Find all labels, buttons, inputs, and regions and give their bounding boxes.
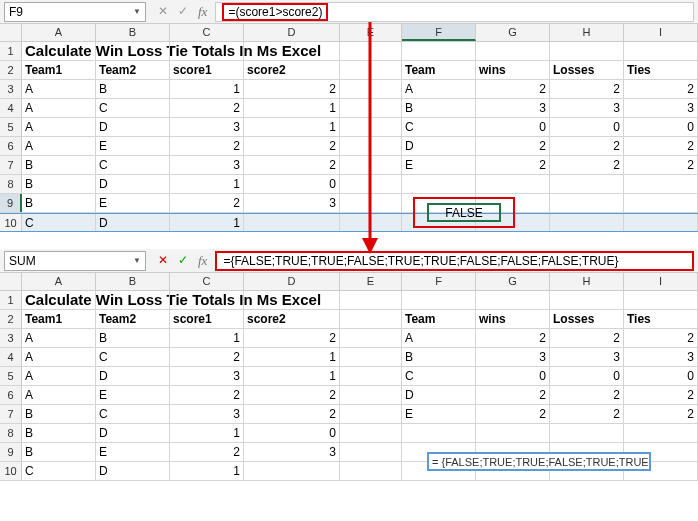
title-cell: Calculate Win Loss Tie Totals In Ms Exce…	[22, 42, 96, 60]
table-row[interactable]: 3 AB12A222	[0, 80, 698, 99]
col-header-a[interactable]: A	[22, 24, 96, 41]
fx-icon[interactable]: fx	[198, 253, 207, 269]
table-row[interactable]: 6 AE22D222	[0, 137, 698, 156]
name-box-value: F9	[9, 5, 23, 19]
formula-input[interactable]: ={FALSE;TRUE;TRUE;FALSE;TRUE;TRUE;FALSE;…	[215, 251, 694, 271]
col-header-c[interactable]: C	[170, 24, 244, 41]
title-cell: Calculate Win Loss Tie Totals In Ms Exce…	[22, 291, 96, 309]
formula-bar-buttons: ✕ ✓ fx	[150, 253, 215, 269]
table-row[interactable]: 9 BE23	[0, 194, 698, 213]
col-header-e[interactable]: E	[340, 24, 402, 41]
formula-text: ={FALSE;TRUE;TRUE;FALSE;TRUE;TRUE;FALSE;…	[223, 254, 618, 268]
table-row[interactable]: 8 BD10	[0, 175, 698, 194]
table-row[interactable]: 5 AD31C000	[0, 118, 698, 137]
enter-icon[interactable]: ✓	[178, 4, 188, 20]
grid-bottom[interactable]: A B C D E F G H I 1 Calculate Win Loss T…	[0, 273, 698, 481]
cancel-icon[interactable]: ✕	[158, 4, 168, 20]
formula-input[interactable]: =(score1>score2)	[215, 2, 694, 22]
formula-bar: F9 ▼ ✕ ✓ fx =(score1>score2)	[0, 0, 698, 24]
grid-top[interactable]: A B C D E F G H I 1 Calculate Win Loss T…	[0, 24, 698, 232]
column-headers: A B C D E F G H I	[0, 24, 698, 42]
name-box-dropdown-icon[interactable]: ▼	[133, 256, 141, 265]
rows-top: 1 Calculate Win Loss Tie Totals In Ms Ex…	[0, 42, 698, 232]
fx-icon[interactable]: fx	[198, 4, 207, 20]
enter-icon[interactable]: ✓	[178, 253, 188, 269]
table-row[interactable]: 7 BC32E222	[0, 156, 698, 175]
col-header-f[interactable]: F	[402, 24, 476, 41]
table-row[interactable]: 5 AD31C000	[0, 367, 698, 386]
table-row[interactable]: 8 BD10	[0, 424, 698, 443]
table-row[interactable]: 4 AC21B333	[0, 99, 698, 118]
col-header-h[interactable]: H	[550, 24, 624, 41]
select-all-corner[interactable]	[0, 24, 22, 41]
table-row[interactable]: 6 AE22D222	[0, 386, 698, 405]
table-row[interactable]: 3 AB12A222	[0, 329, 698, 348]
column-headers: A B C D E F G H I	[0, 273, 698, 291]
formula-bar-buttons: ✕ ✓ fx	[150, 4, 215, 20]
name-box[interactable]: F9 ▼	[4, 2, 146, 22]
table-row[interactable]: 1 Calculate Win Loss Tie Totals In Ms Ex…	[0, 42, 698, 61]
excel-panel-top: F9 ▼ ✕ ✓ fx =(score1>score2) A B C D E F…	[0, 0, 698, 232]
table-row[interactable]: 2 Team1 Team2 score1 score2 Team wins Lo…	[0, 61, 698, 80]
excel-panel-bottom: SUM ▼ ✕ ✓ fx ={FALSE;TRUE;TRUE;FALSE;TRU…	[0, 249, 698, 481]
name-box-dropdown-icon[interactable]: ▼	[133, 7, 141, 16]
formula-bar: SUM ▼ ✕ ✓ fx ={FALSE;TRUE;TRUE;FALSE;TRU…	[0, 249, 698, 273]
col-header-i[interactable]: I	[624, 24, 698, 41]
table-row[interactable]: 1 Calculate Win Loss Tie Totals In Ms Ex…	[0, 291, 698, 310]
table-row[interactable]: 10 CD1	[0, 213, 698, 232]
name-box-value: SUM	[9, 254, 36, 268]
row-header[interactable]: 2	[0, 61, 22, 79]
select-all-corner[interactable]	[0, 273, 22, 290]
table-row[interactable]: 4 AC21B333	[0, 348, 698, 367]
table-row[interactable]: 2 Team1 Team2 score1 score2 Team wins Lo…	[0, 310, 698, 329]
editing-cell[interactable]: = {FALSE;TRUE;TRUE;FALSE;TRUE;TRUE;	[427, 452, 651, 471]
cancel-icon[interactable]: ✕	[158, 253, 168, 269]
row-header[interactable]: 1	[0, 42, 22, 60]
name-box[interactable]: SUM ▼	[4, 251, 146, 271]
col-header-d[interactable]: D	[244, 24, 340, 41]
col-header-b[interactable]: B	[96, 24, 170, 41]
col-header-g[interactable]: G	[476, 24, 550, 41]
formula-text: =(score1>score2)	[222, 3, 328, 21]
annotation-box	[413, 197, 515, 228]
table-row[interactable]: 7 BC32E222	[0, 405, 698, 424]
